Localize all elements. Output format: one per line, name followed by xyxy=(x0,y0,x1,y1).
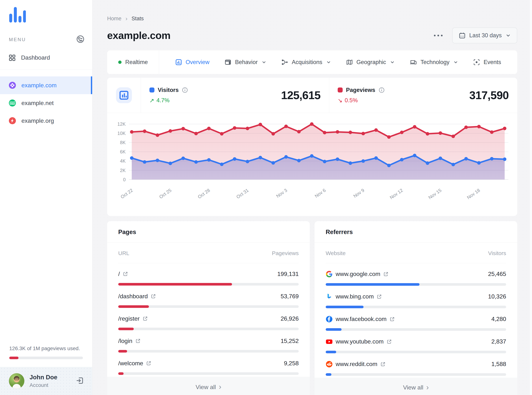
pageviews-bar xyxy=(118,283,299,285)
table-row[interactable]: /welcome 9,258 xyxy=(107,352,310,375)
table-row[interactable]: www.facebook.com 4,280 xyxy=(315,308,517,331)
table-row[interactable]: /dashboard 53,769 xyxy=(107,285,310,308)
tab-label: Acquisitions xyxy=(292,59,322,66)
tab-realtime[interactable]: Realtime xyxy=(107,50,159,74)
svg-text:2K: 2K xyxy=(120,168,126,173)
tab-overview[interactable]: Overview xyxy=(175,59,209,66)
pageviews-stat: Pageviews ↘ 0.5% 317,590 xyxy=(329,78,517,113)
site-list: example.com example.net example.org xyxy=(0,77,92,130)
visitors-bar xyxy=(326,283,506,286)
dashboard-label: Dashboard xyxy=(21,54,50,61)
referrers-card: Referrers Website Visitors xyxy=(315,221,517,395)
external-link-icon[interactable] xyxy=(146,361,151,366)
pageviews-bar xyxy=(118,350,299,352)
referrers-view-all-button[interactable]: View all› xyxy=(315,378,517,395)
tab-behavior[interactable]: Behavior xyxy=(225,59,266,66)
visitors-swatch-icon xyxy=(149,88,154,93)
referrers-rows: www.google.com 25,465 xyxy=(315,263,517,378)
external-link-icon[interactable] xyxy=(135,338,140,344)
tab-technology[interactable]: Technology xyxy=(410,59,458,66)
site-name: example.com xyxy=(22,82,56,89)
site-name: example.org xyxy=(22,117,54,124)
breadcrumb-chevron-icon: › xyxy=(125,15,128,22)
site-name: example.net xyxy=(22,100,54,106)
site-favicon-bolt-icon xyxy=(9,117,16,124)
chevron-right-icon: › xyxy=(426,384,429,391)
analytics-app: MENU Dashboard xyxy=(0,0,532,395)
sidebar-item-example-org[interactable]: example.org xyxy=(0,112,92,130)
calendar-icon xyxy=(459,32,465,39)
table-row[interactable]: /login 15,252 xyxy=(107,330,310,352)
pageviews-change: ↘ 0.5% xyxy=(338,97,385,104)
logout-icon[interactable] xyxy=(76,376,84,386)
external-link-icon[interactable] xyxy=(383,272,388,277)
external-link-icon[interactable] xyxy=(151,294,156,299)
sidebar-item-dashboard[interactable]: Dashboard xyxy=(9,54,92,61)
breadcrumb-home[interactable]: Home xyxy=(107,16,121,22)
external-link-icon[interactable] xyxy=(390,317,395,322)
table-row[interactable]: www.google.com 25,465 xyxy=(315,263,517,286)
pageviews-value: 317,590 xyxy=(469,89,509,102)
pages-view-all-button[interactable]: View all› xyxy=(107,377,310,395)
tab-label: Realtime xyxy=(125,59,148,66)
page-title: example.com xyxy=(107,30,170,41)
svg-text:Oct 28: Oct 28 xyxy=(197,187,211,199)
chevron-down-icon xyxy=(262,60,266,64)
pageviews-bar xyxy=(118,372,299,375)
main-content: Home › Stats example.com Last 30 days xyxy=(92,0,532,395)
account-footer[interactable]: John Doe Account xyxy=(0,367,92,395)
table-row[interactable]: www.bing.com 10,326 xyxy=(315,286,517,308)
sidebar-item-example-net[interactable]: example.net xyxy=(0,94,92,112)
chevron-down-icon xyxy=(454,60,458,64)
info-icon[interactable] xyxy=(379,87,385,93)
trend-down-icon: ↘ xyxy=(338,97,342,104)
visitors-change: ↗ 4.7% xyxy=(149,97,188,104)
account-label: Account xyxy=(30,382,57,388)
external-link-icon[interactable] xyxy=(380,362,386,367)
svg-text:Oct 25: Oct 25 xyxy=(158,187,172,199)
external-link-icon[interactable] xyxy=(123,271,128,276)
pageviews-bar xyxy=(118,328,299,330)
scrollbar[interactable] xyxy=(529,0,532,395)
tab-geographic[interactable]: Geographic xyxy=(346,59,395,66)
sidebar-item-example-com[interactable]: example.com xyxy=(0,77,92,94)
external-link-icon[interactable] xyxy=(377,294,382,299)
visitors-stat: Visitors ↗ 4.7% 125,615 xyxy=(141,78,329,113)
tab-label: Geographic xyxy=(357,59,386,66)
info-icon[interactable] xyxy=(182,87,188,93)
realtime-dot-icon xyxy=(118,60,122,64)
sidebar-divider xyxy=(0,70,92,70)
more-options-button[interactable] xyxy=(432,33,444,38)
account-name: John Doe xyxy=(30,374,57,381)
reddit-icon xyxy=(326,361,333,368)
chart-tile-icon xyxy=(116,87,132,103)
pages-col-pageviews: Pageviews xyxy=(272,250,299,256)
svg-text:8K: 8K xyxy=(120,140,126,145)
section-tabs: Realtime Overview xyxy=(107,50,517,74)
usage-meter: 126.3K of 1M pageviews used. xyxy=(0,346,92,359)
table-row[interactable]: / 199,131 xyxy=(107,263,310,285)
tab-label: Events xyxy=(484,59,501,66)
table-row[interactable]: www.youtube.com 2,837 xyxy=(315,331,517,353)
external-link-icon[interactable] xyxy=(387,339,392,344)
tab-acquisitions[interactable]: Acquisitions xyxy=(281,59,331,66)
table-row[interactable]: /register 26,926 xyxy=(107,308,310,330)
trend-up-icon: ↗ xyxy=(149,97,154,104)
pageviews-bar xyxy=(118,305,299,308)
dashboard-grid-icon xyxy=(9,55,16,61)
avatar xyxy=(9,373,24,389)
overview-chart-card: Visitors ↗ 4.7% 125,615 xyxy=(107,78,517,216)
traffic-chart[interactable]: 02K4K6K8K10K12KOct 22Oct 25Oct 28Oct 31N… xyxy=(107,113,517,216)
pages-title: Pages xyxy=(107,221,310,243)
theme-icon[interactable] xyxy=(76,35,84,44)
acquisitions-branch-icon xyxy=(281,59,288,66)
date-range-label: Last 30 days xyxy=(469,32,502,39)
bing-icon xyxy=(326,293,333,300)
date-range-button[interactable]: Last 30 days xyxy=(452,27,517,43)
chevron-down-icon xyxy=(390,60,395,64)
external-link-icon[interactable] xyxy=(143,316,148,321)
tab-events[interactable]: Events xyxy=(473,59,501,66)
table-row[interactable]: www.reddit.com 1,588 xyxy=(315,353,517,376)
pages-rows: / 199,131 /dashboard 53,769 xyxy=(107,263,310,377)
svg-text:Oct 22: Oct 22 xyxy=(120,187,134,199)
